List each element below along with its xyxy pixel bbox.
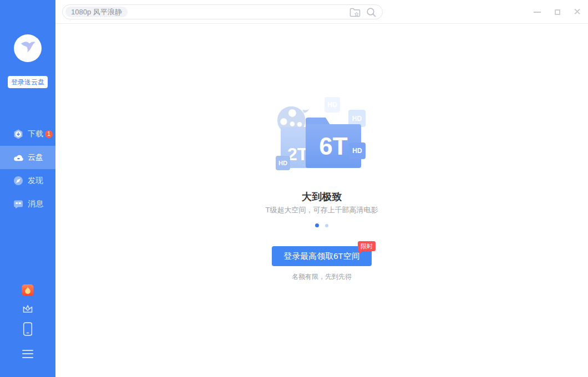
carousel-dot-active[interactable] [315, 223, 319, 227]
window-close-button[interactable]: ✕ [573, 8, 581, 16]
promo-title: 大到极致 [55, 190, 588, 203]
download-count-badge: 1 [45, 130, 53, 138]
sidebar-item-label: 下载 [28, 129, 43, 139]
search-icon[interactable] [366, 7, 377, 18]
sidebar: 登录送云盘 下载 1 云盘 [0, 0, 55, 377]
login-gift-badge[interactable]: 登录送云盘 [8, 76, 48, 88]
sidebar-item-label: 云盘 [28, 152, 43, 162]
download-icon [13, 129, 23, 139]
cloud-storage-illustration: HD HD 2T 6T HD HD [275, 94, 369, 175]
hummingbird-logo-icon [18, 39, 37, 58]
search-input[interactable]: 1080p 风平浪静 [62, 4, 383, 19]
vip-crown-icon[interactable] [22, 304, 34, 316]
sidebar-nav: 下载 1 云盘 发现 [0, 123, 55, 216]
promo-subtitle: T级超大空间，可存上千部高清电影 [55, 205, 588, 215]
hd-badge: HD [349, 142, 366, 159]
sidebar-item-label: 发现 [28, 176, 43, 186]
mobile-phone-icon[interactable] [23, 322, 33, 338]
cta-label: 登录最高领取6T空间 [283, 251, 360, 261]
cloud-disk-promo-panel: HD HD 2T 6T HD HD 大到极致 T级超大空间，可存上千部高清电影 … [55, 24, 588, 377]
cloud-icon [13, 152, 23, 162]
sidebar-item-download[interactable]: 下载 1 [0, 123, 55, 146]
chat-bubble-icon [13, 199, 23, 209]
topbar: 1080p 风平浪静 ✕ [55, 0, 588, 24]
menu-hamburger-icon[interactable] [22, 347, 33, 360]
compass-icon [13, 176, 23, 186]
sidebar-item-label: 消息 [28, 199, 43, 209]
promo-fire-icon[interactable] [22, 284, 34, 296]
sidebar-item-discover[interactable]: 发现 [0, 169, 55, 192]
sidebar-item-messages[interactable]: 消息 [0, 192, 55, 216]
window-controls: ✕ [533, 0, 581, 24]
hd-badge: HD [325, 97, 340, 113]
hd-badge: HD [276, 156, 290, 170]
collect-folder-icon[interactable] [349, 8, 361, 17]
search-keyword-chip[interactable]: 1080p 风平浪静 [65, 7, 128, 17]
carousel-dot[interactable] [325, 224, 328, 227]
limited-time-tag: 限时 [358, 241, 376, 251]
carousel-dots [55, 223, 588, 227]
window-maximize-button[interactable] [553, 8, 561, 16]
login-claim-space-button[interactable]: 登录最高领取6T空间 限时 [272, 246, 372, 266]
sidebar-item-cloud-disk[interactable]: 云盘 [0, 146, 55, 169]
app-logo[interactable] [14, 34, 42, 62]
window-minimize-button[interactable] [533, 8, 541, 16]
cta-note: 名额有限，先到先得 [55, 272, 588, 282]
